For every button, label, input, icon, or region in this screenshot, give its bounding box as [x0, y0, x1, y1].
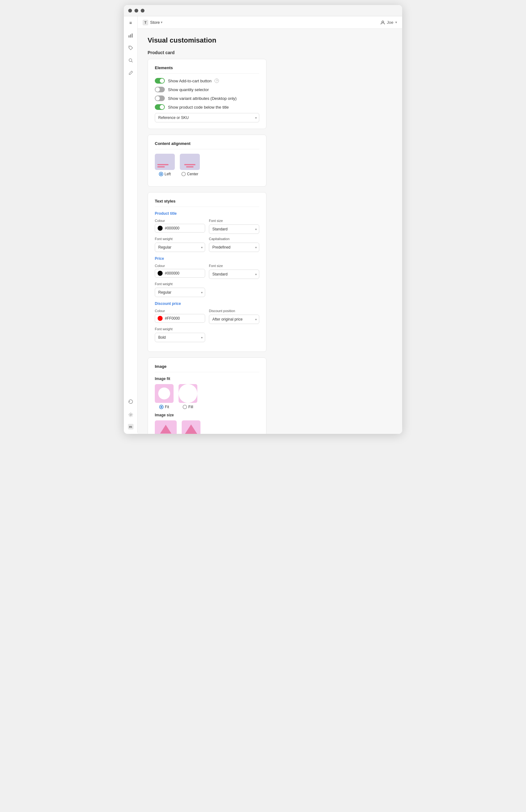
discount-weight-select[interactable]: Bold Regular Light — [155, 333, 205, 342]
svg-point-6 — [130, 414, 131, 416]
price-colour-input[interactable]: #000000 — [155, 269, 205, 278]
store-name[interactable]: Store ▾ — [150, 20, 163, 25]
product-title-cap-field: Capitalisation Predefined Uppercase Lowe… — [209, 237, 259, 252]
alignment-lines-left — [157, 164, 168, 168]
toggle-row-quantity: Show quantity selector — [155, 87, 259, 92]
product-title-font-size-label: Font size — [209, 219, 259, 222]
sidebar-icon-analytics[interactable] — [127, 32, 134, 39]
fill-circle — [179, 384, 197, 403]
price-weight-group: Font weight Regular Bold Light ▾ — [155, 282, 259, 297]
discount-colour-position-group: Colour #FF0000 Discount position After o… — [155, 309, 259, 324]
price-subsection: Price — [155, 256, 259, 261]
price-weight-select[interactable]: Regular Bold Light — [155, 288, 205, 297]
text-styles-heading: Text styles — [155, 199, 259, 207]
store-initial-icon: T — [142, 20, 148, 25]
image-size-card-square — [182, 420, 200, 434]
product-title-font-size-wrapper: Standard Small Large ▾ — [209, 224, 259, 234]
discount-weight-field: Font weight Bold Regular Light ▾ — [155, 327, 205, 342]
image-fit-options: Fit Fill — [155, 384, 259, 409]
toggle-add-to-cart[interactable] — [155, 78, 165, 84]
sku-select[interactable]: Reference or SKU Reference SKU — [155, 113, 259, 122]
app-window: ≡ — [124, 5, 402, 434]
product-title-colour-swatch — [157, 226, 163, 231]
svg-point-4 — [129, 59, 132, 62]
sidebar-icon-settings[interactable] — [127, 411, 134, 418]
alignment-option-center: Center — [180, 154, 200, 176]
product-title-weight-wrapper: Regular Bold Light ▾ — [155, 243, 205, 252]
discount-position-select[interactable]: After original price Before original pri… — [209, 315, 259, 324]
product-title-weight-label: Font weight — [155, 237, 205, 241]
product-title-weight-select[interactable]: Regular Bold Light — [155, 243, 205, 252]
price-weight-field: Font weight Regular Bold Light ▾ — [155, 282, 205, 297]
titlebar-dot-1 — [128, 9, 132, 13]
line1 — [157, 164, 168, 165]
center-line2 — [186, 166, 194, 168]
svg-point-3 — [130, 47, 130, 47]
image-size-card-original — [155, 420, 177, 434]
help-icon-add-to-cart[interactable]: ? — [214, 78, 219, 83]
toggle-label-variant: Show variant attributes (Desktop only) — [168, 96, 237, 101]
svg-point-7 — [382, 21, 384, 23]
text-styles-card: Text styles Product title Colour #000000… — [148, 192, 267, 352]
discount-position-wrapper: After original price Before original pri… — [209, 315, 259, 324]
line2 — [157, 166, 165, 168]
sidebar-icon-tag[interactable] — [127, 44, 134, 51]
discount-position-field: Discount position After original price B… — [209, 309, 259, 324]
toggle-knob-add-to-cart — [160, 78, 164, 83]
sidebar-icon-search[interactable] — [127, 57, 134, 64]
product-title-colour-value: #000000 — [165, 226, 180, 230]
radio-fit[interactable] — [159, 405, 164, 409]
alignment-lines-center — [184, 164, 195, 168]
price-colour-field: Colour #000000 — [155, 264, 205, 279]
toggle-product-code[interactable] — [155, 104, 165, 110]
content-alignment-card: Content alignment Left — [148, 135, 267, 187]
discount-weight-label: Font weight — [155, 327, 205, 331]
titlebar — [124, 5, 402, 16]
product-title-subsection: Product title — [155, 211, 259, 216]
user-name: Joe — [387, 20, 393, 25]
discount-position-label: Discount position — [209, 309, 259, 313]
topbar-right: Joe ▾ — [380, 20, 397, 25]
alignment-option-left: Left — [155, 154, 175, 176]
svg-rect-0 — [129, 35, 130, 38]
price-font-size-select[interactable]: Standard Small Large — [209, 270, 259, 279]
sidebar-icon-menu[interactable]: ≡ — [127, 19, 134, 26]
price-font-size-wrapper: Standard Small Large ▾ — [209, 270, 259, 279]
product-title-cap-label: Capitalisation — [209, 237, 259, 241]
product-title-colour-input[interactable]: #000000 — [155, 224, 205, 233]
product-title-cap-select[interactable]: Predefined Uppercase Lowercase — [209, 243, 259, 252]
product-title-weight-cap-group: Font weight Regular Bold Light ▾ Capital… — [155, 237, 259, 252]
radio-center[interactable] — [181, 172, 186, 176]
user-icon — [380, 20, 385, 25]
content-alignment-heading: Content alignment — [155, 141, 259, 149]
image-size-option-original: Original — [155, 420, 177, 434]
main-content: Visual customisation Product card Elemen… — [138, 29, 402, 434]
sidebar-icon-refresh[interactable] — [127, 398, 134, 405]
image-fit-label-fit: Fit — [159, 405, 169, 409]
alignment-card-center — [180, 154, 200, 170]
image-size-option-square: Square — [182, 420, 200, 434]
toggle-variant[interactable] — [155, 96, 165, 101]
product-title-colour-field: Colour #000000 — [155, 219, 205, 234]
toggle-row-product-code: Show product code below the title — [155, 104, 259, 110]
image-fit-card-fit — [155, 384, 174, 403]
section-title: Product card — [148, 50, 392, 55]
fit-circle — [158, 388, 170, 400]
price-colour-swatch — [157, 271, 163, 276]
elements-heading: Elements — [155, 66, 259, 74]
original-triangle — [160, 425, 171, 434]
svg-rect-2 — [132, 33, 133, 38]
discount-colour-input[interactable]: #FF0000 — [155, 314, 205, 323]
product-title-font-size-select[interactable]: Standard Small Large — [209, 224, 259, 234]
discount-placeholder — [209, 327, 259, 342]
square-triangle — [184, 424, 198, 434]
product-title-weight-field: Font weight Regular Bold Light ▾ — [155, 237, 205, 252]
radio-left[interactable] — [159, 172, 163, 176]
image-fit-option-fill: Fill — [179, 384, 197, 409]
discount-price-subsection: Discount price — [155, 302, 259, 306]
toggle-quantity[interactable] — [155, 87, 165, 92]
sidebar-icon-edit[interactable] — [127, 70, 134, 76]
radio-fill[interactable] — [183, 405, 187, 409]
alignment-label-left: Left — [159, 172, 171, 176]
toggle-label-quantity: Show quantity selector — [168, 87, 209, 92]
